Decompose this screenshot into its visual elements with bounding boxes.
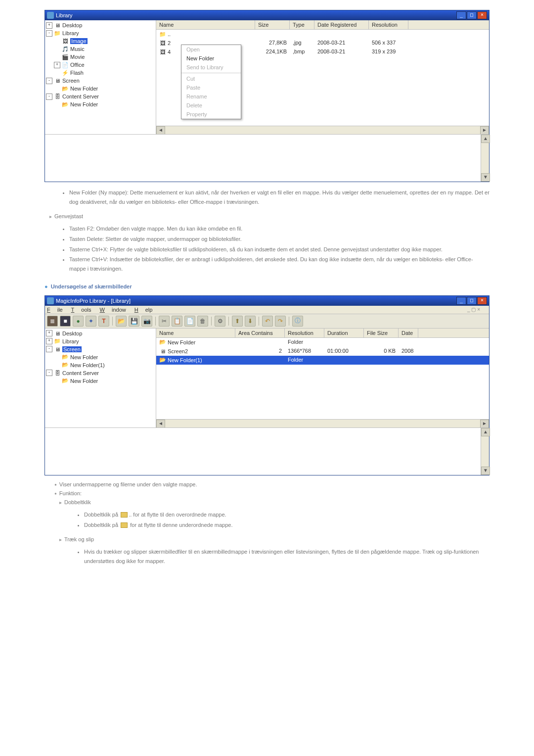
tree-item[interactable]: +📁Library: [46, 337, 155, 345]
tb-icon-1[interactable]: ≣: [47, 316, 58, 327]
list-row[interactable]: 📂 New FolderFolder: [156, 338, 489, 347]
tree-item[interactable]: 📂New Folder: [46, 353, 155, 361]
column-header[interactable]: Type: [290, 20, 314, 29]
tree-item[interactable]: 📂New Folder: [46, 377, 155, 385]
close-button[interactable]: ×: [477, 297, 487, 305]
vertical-scrollbar[interactable]: ▲ ▼: [481, 135, 489, 182]
tree-item[interactable]: -🖥Screen: [46, 77, 155, 85]
scroll-down-icon[interactable]: ▼: [481, 467, 490, 475]
expander-icon[interactable]: -: [46, 78, 52, 84]
scroll-up-icon[interactable]: ▲: [481, 428, 490, 436]
column-header[interactable]: Duration: [324, 329, 364, 337]
tb-icon-info[interactable]: ⓘ: [292, 316, 303, 327]
menu-help[interactable]: Help: [134, 307, 153, 313]
tree-label: Content Server: [62, 94, 99, 99]
column-header[interactable]: Area Contains: [235, 329, 285, 337]
menu-tools[interactable]: Tools: [71, 307, 91, 313]
column-header[interactable]: Date: [399, 329, 418, 337]
vertical-scrollbar[interactable]: ▲ ▼: [481, 428, 489, 475]
tb-icon-4[interactable]: ✦: [86, 316, 96, 327]
tree-item[interactable]: -🖥Screen: [46, 345, 155, 353]
horizontal-scrollbar[interactable]: ◄ ►: [156, 419, 489, 427]
folder-tree[interactable]: +🖥Desktop-📁Library🖼Image🎵Music🎬Movie+📄Of…: [45, 20, 156, 134]
tb-icon-3[interactable]: ●: [73, 316, 84, 327]
menu-bar[interactable]: _ ▢ × File Tools Window Help: [45, 306, 489, 314]
shortcut-list: Tasten F2: Omdøber den valgte mappe. Men…: [69, 224, 490, 273]
tb-icon-copy[interactable]: 📋: [172, 316, 182, 327]
tb-icon-delete[interactable]: 🗑: [197, 316, 208, 327]
tree-label: New Folder: [70, 101, 98, 107]
tb-icon-down[interactable]: ⬇: [245, 316, 256, 327]
scroll-down-icon[interactable]: ▼: [481, 173, 490, 182]
tree-item[interactable]: 📂New Folder(1): [46, 361, 155, 369]
tree-label: Screen: [62, 346, 82, 352]
minimize-button[interactable]: _: [456, 11, 466, 19]
tree-item[interactable]: -🗄Content Server: [46, 369, 155, 377]
expander-icon[interactable]: -: [46, 346, 52, 352]
column-header[interactable]: File Size: [364, 329, 399, 337]
expander-icon[interactable]: -: [46, 30, 52, 37]
tb-icon-undo[interactable]: ↶: [262, 316, 273, 327]
file-list[interactable]: NameArea ContainsResolutionDurationFile …: [156, 329, 489, 427]
list-row[interactable]: 📂 New Folder(1)Folder: [156, 356, 489, 365]
expander-icon[interactable]: +: [46, 330, 52, 336]
expander-icon[interactable]: -: [46, 94, 52, 100]
list-row[interactable]: 📁 ..: [156, 30, 489, 39]
context-menu[interactable]: OpenNew FolderSend to LibraryCutPasteRen…: [181, 45, 241, 119]
tb-icon-redo[interactable]: ↷: [275, 316, 286, 327]
tree-item[interactable]: -🗄Content Server: [46, 93, 155, 100]
expander-icon[interactable]: +: [46, 338, 52, 344]
dobbeltklik-heading: Dobbeltklik: [59, 499, 490, 505]
tb-icon-gear[interactable]: ⚙: [215, 316, 225, 327]
folder-tree[interactable]: +🖥Desktop+📁Library-🖥Screen📂New Folder📂Ne…: [45, 329, 156, 427]
menu-file[interactable]: File: [47, 307, 63, 313]
scroll-up-icon[interactable]: ▲: [481, 135, 490, 143]
tree-item[interactable]: 📂New Folder: [46, 100, 155, 108]
column-header[interactable]: Date Registered: [314, 20, 369, 29]
tb-icon-save[interactable]: 💾: [129, 316, 139, 327]
context-menu-item[interactable]: New Folder: [181, 54, 241, 63]
expander-icon[interactable]: +: [54, 62, 60, 68]
tb-icon-device[interactable]: 📷: [141, 316, 152, 327]
scroll-left-icon[interactable]: ◄: [156, 126, 165, 135]
scroll-left-icon[interactable]: ◄: [156, 420, 165, 428]
minimize-button[interactable]: _: [456, 297, 466, 305]
tree-item[interactable]: +📄Office: [46, 61, 155, 69]
tb-icon-cut[interactable]: ✂: [159, 316, 170, 327]
maximize-button[interactable]: □: [467, 11, 477, 19]
list-row[interactable]: 🖥 Screen221366*76801:00:000 KB2008: [156, 347, 489, 356]
tb-icon-paste[interactable]: 📄: [184, 316, 195, 327]
column-header[interactable]: Name: [156, 20, 255, 29]
tree-item[interactable]: -📁Library: [46, 29, 155, 37]
tree-item[interactable]: ⚡Flash: [46, 69, 155, 77]
child-window-controls[interactable]: _ ▢ ×: [467, 307, 480, 312]
tree-item[interactable]: 📂New Folder: [46, 85, 155, 93]
context-menu-item: Property: [181, 110, 241, 119]
tb-icon-2[interactable]: ■: [60, 316, 71, 327]
tree-item[interactable]: +🖥Desktop: [46, 330, 155, 337]
maximize-button[interactable]: □: [467, 297, 477, 305]
scroll-right-icon[interactable]: ►: [480, 420, 489, 428]
horizontal-scrollbar[interactable]: ◄ ►: [156, 126, 489, 134]
tree-item[interactable]: 🎵Music: [46, 45, 155, 53]
app-icon: [47, 297, 54, 304]
column-header[interactable]: Resolution: [285, 329, 324, 337]
scroll-right-icon[interactable]: ►: [480, 126, 489, 135]
tree-item[interactable]: 🖼Image: [46, 37, 155, 45]
column-header[interactable]: Resolution: [369, 20, 408, 29]
tb-icon-up[interactable]: ⬆: [232, 316, 243, 327]
node-icon: 📁: [54, 30, 61, 37]
node-icon: 🖼: [62, 38, 69, 45]
tb-icon-text[interactable]: T: [98, 316, 109, 327]
window-title: Library: [56, 12, 73, 18]
expander-icon[interactable]: -: [46, 370, 52, 376]
file-list[interactable]: NameSizeTypeDate RegisteredResolution 📁 …: [156, 20, 489, 134]
expander-icon[interactable]: +: [46, 22, 52, 29]
tree-item[interactable]: 🎬Movie: [46, 53, 155, 61]
menu-window[interactable]: Window: [100, 307, 126, 313]
tb-icon-open[interactable]: 📂: [116, 316, 127, 327]
column-header[interactable]: Size: [255, 20, 290, 29]
close-button[interactable]: ×: [477, 11, 487, 19]
column-header[interactable]: Name: [156, 329, 235, 337]
tree-item[interactable]: +🖥Desktop: [46, 21, 155, 29]
